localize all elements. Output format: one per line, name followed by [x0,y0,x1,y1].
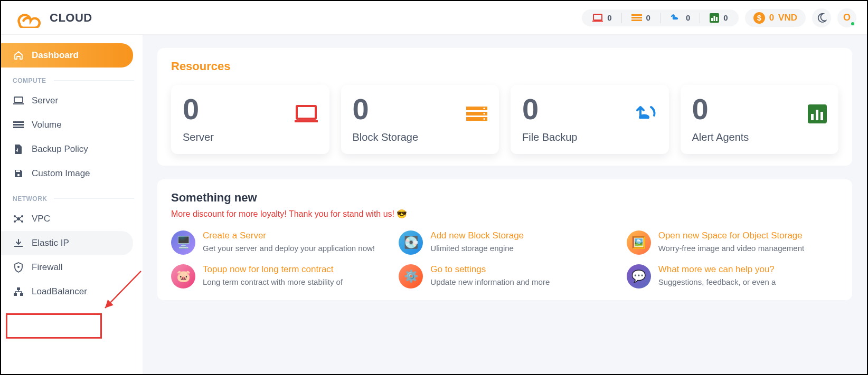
sidebar-item-label: Volume [32,120,62,130]
something-new-title: Something new [171,191,838,205]
svg-line-28 [105,271,141,308]
header-right: 0 0 0 0 $ 0 VND O [582,8,856,27]
card-label: Block Storage [353,131,488,143]
svg-point-24 [17,266,20,268]
balance-currency: VND [778,13,797,23]
laptop-icon [13,95,24,107]
svg-rect-39 [816,110,818,120]
svg-rect-11 [14,97,23,102]
action-desc: Suggestions, feedback, or even a [658,277,776,287]
svg-rect-17 [16,170,20,172]
sidebar-item-label: VPC [32,214,50,224]
avatar-initial: O [843,12,851,23]
svg-point-16 [17,174,20,176]
chart-icon [808,104,827,123]
laptop-icon [592,14,603,22]
stat-alert-value: 0 [723,13,728,22]
theme-toggle-button[interactable] [812,8,831,27]
svg-rect-6 [711,18,713,21]
balance-amount: 0 [769,13,774,23]
action-icon: 💽 [399,230,423,255]
action-title: Create a Server [203,230,375,241]
sidebar-item-volume[interactable]: Volume [1,113,133,137]
svg-point-35 [484,113,485,114]
sidebar-item-label: Server [32,95,58,106]
action-desc: Long term contract with more stability o… [203,277,343,287]
download-icon [13,237,24,249]
header-stats-pill[interactable]: 0 0 0 0 [582,9,738,26]
sidebar-item-label: LoadBalancer [32,286,87,297]
action-desc: Ulimited storage engine [430,243,524,254]
laptop-icon [295,105,318,123]
sidebar-item-label: Elastic IP [32,238,69,248]
svg-rect-14 [13,124,24,126]
sidebar-item-backup-policy[interactable]: Backup Policy [1,137,133,161]
svg-rect-0 [593,14,602,20]
chart-icon [710,13,719,23]
card-server[interactable]: 0 Server [171,85,329,154]
backup-icon [670,13,682,23]
stat-volume[interactable]: 0 [629,13,653,22]
svg-rect-23 [14,246,23,247]
action-topup[interactable]: 🐷 Topup now for long term contract Long … [171,264,383,289]
stat-backup[interactable]: 0 [668,13,692,23]
svg-rect-2 [631,14,642,16]
action-title: What more we can help you? [658,264,776,275]
action-open-object-storage[interactable]: 🖼️ Open new Space for Object Storage Wor… [627,230,838,255]
action-help[interactable]: 💬 What more we can help you? Suggestions… [627,264,838,289]
action-icon: 🖼️ [627,230,651,255]
svg-rect-40 [820,112,823,120]
annotation-highlight-box [6,313,102,339]
card-label: File Backup [522,131,657,143]
list-icon [466,105,487,122]
content: Resources 0 Server 0 Block Storage 0 Fil… [143,35,867,374]
action-icon: 💬 [627,264,651,289]
annotation-arrow [99,267,146,314]
header: CLOUD 0 0 0 0 $ 0 [1,1,867,35]
svg-rect-15 [13,127,24,128]
backup-icon [633,104,657,124]
card-alert-agents[interactable]: 0 Alert Agents [681,85,839,154]
svg-point-36 [484,118,485,120]
resources-title: Resources [171,60,838,73]
doc-icon [13,143,24,155]
dollar-icon: $ [753,12,765,24]
svg-text:$: $ [757,14,761,22]
balance-pill[interactable]: $ 0 VND [745,9,806,27]
action-add-block-storage[interactable]: 💽 Add new Block Storage Ulimited storage… [399,230,610,255]
home-icon [13,50,24,61]
sidebar-item-custom-image[interactable]: Custom Image [1,161,133,186]
svg-rect-26 [14,293,17,296]
something-new-panel: Something new More discount for more loy… [157,179,852,300]
action-icon: 🐷 [171,264,195,289]
stat-volume-value: 0 [646,13,650,22]
sidebar-section-network: NETWORK [1,186,143,207]
sidebar-item-elastic-ip[interactable]: Elastic IP [1,231,133,255]
card-value: 0 [692,94,827,124]
action-go-settings[interactable]: ⚙️ Go to settings Update new information… [399,264,610,289]
action-title: Add new Block Storage [430,230,524,241]
stat-server[interactable]: 0 [590,13,614,22]
svg-rect-25 [17,287,20,290]
sidebar-item-label: Custom Image [32,168,90,179]
sidebar-item-server[interactable]: Server [1,89,133,113]
sidebar-item-vpc[interactable]: VPC [1,207,133,231]
cloud-logo-icon [12,8,43,28]
tree-icon [13,286,24,297]
brand-text: CLOUD [50,11,92,25]
card-file-backup[interactable]: 0 File Backup [511,85,669,154]
action-desc: Update new information and more [430,277,550,287]
action-desc: Get your server and deploy your applicat… [203,243,375,254]
card-block-storage[interactable]: 0 Block Storage [341,85,499,154]
svg-rect-4 [631,20,642,21]
resources-panel: Resources 0 Server 0 Block Storage 0 Fil… [157,48,852,166]
avatar-button[interactable]: O [837,8,856,27]
card-label: Server [183,131,318,143]
brand[interactable]: CLOUD [12,8,92,28]
action-icon: 🖥️ [171,230,195,255]
stat-alert[interactable]: 0 [707,13,730,23]
action-create-server[interactable]: 🖥️ Create a Server Get your server and d… [171,230,383,255]
card-label: Alert Agents [692,131,827,143]
sidebar-item-dashboard[interactable]: Dashboard [1,43,133,68]
list-icon [631,14,642,22]
